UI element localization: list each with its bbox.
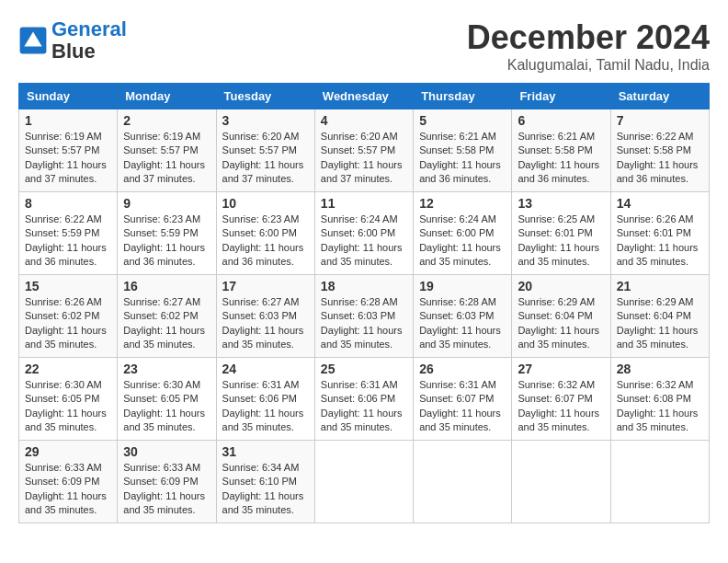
- day-info: Sunrise: 6:32 AMSunset: 6:08 PMDaylight:…: [617, 378, 703, 435]
- day-number: 18: [321, 279, 407, 293]
- calendar-cell: 12 Sunrise: 6:24 AMSunset: 6:00 PMDaylig…: [414, 192, 512, 275]
- calendar-cell: 22 Sunrise: 6:30 AMSunset: 6:05 PMDaylig…: [19, 358, 118, 441]
- calendar-cell: 13 Sunrise: 6:25 AMSunset: 6:01 PMDaylig…: [512, 192, 610, 275]
- calendar-cell: 14 Sunrise: 6:26 AMSunset: 6:01 PMDaylig…: [610, 192, 709, 275]
- calendar-cell: 17 Sunrise: 6:27 AMSunset: 6:03 PMDaylig…: [216, 275, 314, 358]
- day-info: Sunrise: 6:21 AMSunset: 5:58 PMDaylight:…: [419, 130, 506, 187]
- day-number: 19: [419, 279, 506, 293]
- day-number: 29: [25, 444, 111, 459]
- month-title: December 2024: [467, 18, 710, 57]
- day-info: Sunrise: 6:32 AMSunset: 6:07 PMDaylight:…: [518, 378, 604, 435]
- calendar-table: Sunday Monday Tuesday Wednesday Thursday…: [18, 83, 710, 523]
- day-info: Sunrise: 6:33 AMSunset: 6:09 PMDaylight:…: [123, 461, 210, 518]
- calendar-cell: 23 Sunrise: 6:30 AMSunset: 6:05 PMDaylig…: [118, 358, 216, 441]
- day-info: Sunrise: 6:21 AMSunset: 5:58 PMDaylight:…: [518, 130, 604, 187]
- calendar-cell: 28 Sunrise: 6:32 AMSunset: 6:08 PMDaylig…: [610, 358, 709, 441]
- logo: General Blue: [18, 18, 127, 63]
- calendar-week-2: 8 Sunrise: 6:22 AMSunset: 5:59 PMDayligh…: [19, 192, 710, 275]
- calendar-cell: 7 Sunrise: 6:22 AMSunset: 5:58 PMDayligh…: [610, 109, 709, 192]
- day-number: 7: [617, 113, 703, 128]
- logo-text: General Blue: [51, 18, 127, 63]
- col-friday: Friday: [512, 84, 610, 109]
- day-number: 9: [123, 196, 210, 211]
- day-info: Sunrise: 6:28 AMSunset: 6:03 PMDaylight:…: [321, 295, 407, 352]
- day-number: 31: [222, 444, 309, 459]
- day-info: Sunrise: 6:31 AMSunset: 6:06 PMDaylight:…: [321, 378, 407, 435]
- calendar-cell: 8 Sunrise: 6:22 AMSunset: 5:59 PMDayligh…: [19, 192, 118, 275]
- calendar-cell: [414, 441, 512, 523]
- calendar-cell: 16 Sunrise: 6:27 AMSunset: 6:02 PMDaylig…: [118, 275, 216, 358]
- calendar-cell: 2 Sunrise: 6:19 AMSunset: 5:57 PMDayligh…: [118, 109, 216, 192]
- location: Kalugumalai, Tamil Nadu, India: [467, 57, 710, 74]
- calendar-cell: 11 Sunrise: 6:24 AMSunset: 6:00 PMDaylig…: [314, 192, 413, 275]
- day-info: Sunrise: 6:23 AMSunset: 5:59 PMDaylight:…: [123, 213, 210, 270]
- calendar-week-4: 22 Sunrise: 6:30 AMSunset: 6:05 PMDaylig…: [19, 358, 710, 441]
- calendar-week-1: 1 Sunrise: 6:19 AMSunset: 5:57 PMDayligh…: [19, 109, 710, 192]
- calendar-cell: 10 Sunrise: 6:23 AMSunset: 6:00 PMDaylig…: [216, 192, 314, 275]
- day-info: Sunrise: 6:19 AMSunset: 5:57 PMDaylight:…: [25, 130, 111, 187]
- day-number: 24: [222, 362, 309, 376]
- day-number: 25: [321, 362, 407, 376]
- day-info: Sunrise: 6:28 AMSunset: 6:03 PMDaylight:…: [419, 295, 506, 352]
- calendar-cell: 1 Sunrise: 6:19 AMSunset: 5:57 PMDayligh…: [19, 109, 118, 192]
- day-info: Sunrise: 6:27 AMSunset: 6:03 PMDaylight:…: [222, 295, 309, 352]
- day-number: 4: [321, 113, 407, 128]
- calendar-week-3: 15 Sunrise: 6:26 AMSunset: 6:02 PMDaylig…: [19, 275, 710, 358]
- day-info: Sunrise: 6:29 AMSunset: 6:04 PMDaylight:…: [518, 295, 604, 352]
- day-number: 21: [617, 279, 703, 293]
- day-info: Sunrise: 6:23 AMSunset: 6:00 PMDaylight:…: [222, 213, 309, 270]
- day-number: 16: [123, 279, 210, 293]
- day-info: Sunrise: 6:22 AMSunset: 5:58 PMDaylight:…: [617, 130, 703, 187]
- calendar-cell: 21 Sunrise: 6:29 AMSunset: 6:04 PMDaylig…: [610, 275, 709, 358]
- calendar-cell: 24 Sunrise: 6:31 AMSunset: 6:06 PMDaylig…: [216, 358, 314, 441]
- day-info: Sunrise: 6:27 AMSunset: 6:02 PMDaylight:…: [123, 295, 210, 352]
- day-number: 5: [419, 113, 506, 128]
- header-row: Sunday Monday Tuesday Wednesday Thursday…: [19, 84, 710, 109]
- day-info: Sunrise: 6:20 AMSunset: 5:57 PMDaylight:…: [321, 130, 407, 187]
- day-number: 2: [123, 113, 210, 128]
- day-info: Sunrise: 6:29 AMSunset: 6:04 PMDaylight:…: [617, 295, 703, 352]
- day-number: 11: [321, 196, 407, 211]
- day-info: Sunrise: 6:33 AMSunset: 6:09 PMDaylight:…: [25, 461, 111, 518]
- day-info: Sunrise: 6:22 AMSunset: 5:59 PMDaylight:…: [25, 213, 111, 270]
- calendar-week-5: 29 Sunrise: 6:33 AMSunset: 6:09 PMDaylig…: [19, 441, 710, 523]
- calendar-cell: 31 Sunrise: 6:34 AMSunset: 6:10 PMDaylig…: [216, 441, 314, 523]
- col-thursday: Thursday: [414, 84, 512, 109]
- col-saturday: Saturday: [610, 84, 709, 109]
- calendar-cell: 25 Sunrise: 6:31 AMSunset: 6:06 PMDaylig…: [314, 358, 413, 441]
- calendar-cell: 9 Sunrise: 6:23 AMSunset: 5:59 PMDayligh…: [118, 192, 216, 275]
- day-number: 3: [222, 113, 309, 128]
- day-number: 17: [222, 279, 309, 293]
- day-number: 8: [25, 196, 111, 211]
- day-info: Sunrise: 6:31 AMSunset: 6:07 PMDaylight:…: [419, 378, 506, 435]
- day-info: Sunrise: 6:31 AMSunset: 6:06 PMDaylight:…: [222, 378, 309, 435]
- day-number: 12: [419, 196, 506, 211]
- calendar-cell: [610, 441, 709, 523]
- day-info: Sunrise: 6:30 AMSunset: 6:05 PMDaylight:…: [25, 378, 111, 435]
- calendar-cell: 30 Sunrise: 6:33 AMSunset: 6:09 PMDaylig…: [118, 441, 216, 523]
- day-number: 14: [617, 196, 703, 211]
- day-number: 13: [518, 196, 604, 211]
- calendar-cell: 26 Sunrise: 6:31 AMSunset: 6:07 PMDaylig…: [414, 358, 512, 441]
- day-info: Sunrise: 6:24 AMSunset: 6:00 PMDaylight:…: [321, 213, 407, 270]
- calendar-cell: 19 Sunrise: 6:28 AMSunset: 6:03 PMDaylig…: [414, 275, 512, 358]
- calendar-cell: 15 Sunrise: 6:26 AMSunset: 6:02 PMDaylig…: [19, 275, 118, 358]
- col-monday: Monday: [118, 84, 216, 109]
- calendar-cell: [314, 441, 413, 523]
- calendar-cell: 5 Sunrise: 6:21 AMSunset: 5:58 PMDayligh…: [414, 109, 512, 192]
- calendar-cell: 29 Sunrise: 6:33 AMSunset: 6:09 PMDaylig…: [19, 441, 118, 523]
- day-number: 1: [25, 113, 111, 128]
- day-info: Sunrise: 6:25 AMSunset: 6:01 PMDaylight:…: [518, 213, 604, 270]
- day-number: 30: [123, 444, 210, 459]
- day-number: 26: [419, 362, 506, 376]
- calendar-cell: 4 Sunrise: 6:20 AMSunset: 5:57 PMDayligh…: [314, 109, 413, 192]
- calendar-cell: 27 Sunrise: 6:32 AMSunset: 6:07 PMDaylig…: [512, 358, 610, 441]
- day-info: Sunrise: 6:26 AMSunset: 6:02 PMDaylight:…: [25, 295, 111, 352]
- calendar-cell: [512, 441, 610, 523]
- page-header: General Blue December 2024 Kalugumalai, …: [18, 18, 710, 74]
- title-block: December 2024 Kalugumalai, Tamil Nadu, I…: [467, 18, 710, 74]
- day-number: 27: [518, 362, 604, 376]
- day-number: 28: [617, 362, 703, 376]
- calendar-cell: 18 Sunrise: 6:28 AMSunset: 6:03 PMDaylig…: [314, 275, 413, 358]
- col-sunday: Sunday: [19, 84, 118, 109]
